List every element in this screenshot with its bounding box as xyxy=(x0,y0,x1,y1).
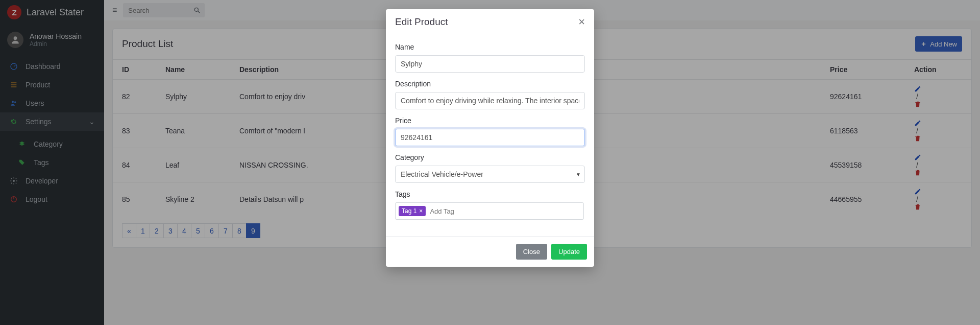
category-label: Category xyxy=(395,153,585,161)
edit-product-modal: Edit Product × Name Description Price Ca… xyxy=(386,9,594,267)
price-label: Price xyxy=(395,117,585,125)
tags-label: Tags xyxy=(395,190,585,198)
price-input[interactable] xyxy=(395,129,585,146)
close-button[interactable]: Close xyxy=(516,244,547,260)
description-input[interactable] xyxy=(395,92,585,109)
modal-title: Edit Product xyxy=(395,16,448,28)
name-input[interactable] xyxy=(395,55,585,73)
description-label: Description xyxy=(395,80,585,88)
update-button[interactable]: Update xyxy=(551,244,587,260)
tags-box[interactable]: Tag 1 × xyxy=(395,202,584,220)
modal-footer: Close Update xyxy=(386,237,594,267)
tags-input[interactable] xyxy=(430,207,580,215)
tag-chip-label: Tag 1 xyxy=(402,207,416,215)
modal-header: Edit Product × xyxy=(386,9,594,35)
category-select-wrap: Electrical Vehicle/e-Power ▼ xyxy=(395,166,585,183)
close-icon[interactable]: × xyxy=(578,16,585,28)
modal-body: Name Description Price Category Electric… xyxy=(386,35,594,237)
tag-chip[interactable]: Tag 1 × xyxy=(399,206,426,216)
name-label: Name xyxy=(395,43,585,51)
remove-tag-icon[interactable]: × xyxy=(419,207,423,215)
category-select[interactable]: Electrical Vehicle/e-Power xyxy=(395,166,585,183)
